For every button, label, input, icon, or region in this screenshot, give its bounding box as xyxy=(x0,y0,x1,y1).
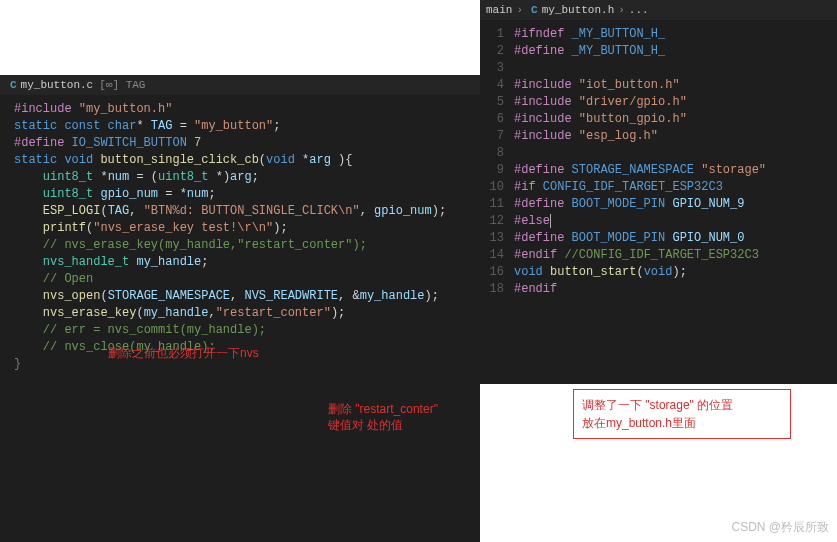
line-number: 14 xyxy=(480,247,514,264)
code-line[interactable]: 12#else xyxy=(480,213,831,230)
code-line[interactable]: 18#endif xyxy=(480,281,831,298)
code-line[interactable]: 4#include "iot_button.h" xyxy=(480,77,831,94)
line-number: 11 xyxy=(480,196,514,213)
annotation-erase-note: 删除 "restart_conter" 键值对 处的值 xyxy=(328,401,438,433)
code-line[interactable]: uint8_t gpio_num = *num; xyxy=(0,186,474,203)
code-line[interactable]: 16void button_start(void); xyxy=(480,264,831,281)
chevron-right-icon: › xyxy=(516,4,523,16)
code-line[interactable]: printf("nvs_erase_key test!\r\n"); xyxy=(0,220,474,237)
line-number: 10 xyxy=(480,179,514,196)
line-number: 3 xyxy=(480,60,514,77)
line-number: 5 xyxy=(480,94,514,111)
line-number: 8 xyxy=(480,145,514,162)
code-line[interactable]: nvs_handle_t my_handle; xyxy=(0,254,474,271)
code-line[interactable]: 13#define BOOT_MODE_PIN GPIO_NUM_0 xyxy=(480,230,831,247)
c-file-icon: C xyxy=(531,4,538,16)
chevron-right-icon: › xyxy=(618,4,625,16)
code-line[interactable]: 9#define STORAGE_NAMESPACE "storage" xyxy=(480,162,831,179)
breadcrumb-folder[interactable]: main xyxy=(486,4,512,16)
code-line[interactable]: static void button_single_click_cb(void … xyxy=(0,152,474,169)
breadcrumb-more[interactable]: ... xyxy=(629,4,649,16)
code-line[interactable]: 10#if CONFIG_IDF_TARGET_ESP32C3 xyxy=(480,179,831,196)
code-line[interactable]: nvs_erase_key(my_handle,"restart_conter"… xyxy=(0,305,474,322)
left-tab-sub: [∞] TAG xyxy=(99,79,145,91)
code-line[interactable]: #define IO_SWITCH_BUTTON 7 xyxy=(0,135,474,152)
annotation-open-note: 删除之前也必须打开一下nvs xyxy=(108,345,259,361)
right-code-area[interactable]: 1#ifndef _MY_BUTTON_H_2#define _MY_BUTTO… xyxy=(480,20,837,304)
line-number: 9 xyxy=(480,162,514,179)
line-number: 4 xyxy=(480,77,514,94)
right-editor-pane: main › C my_button.h › ... 1#ifndef _MY_… xyxy=(480,0,837,384)
line-number: 12 xyxy=(480,213,514,230)
line-number: 13 xyxy=(480,230,514,247)
code-line[interactable]: static const char* TAG = "my_button"; xyxy=(0,118,474,135)
left-tab-filename[interactable]: my_button.c xyxy=(21,79,94,91)
code-line[interactable]: 8 xyxy=(480,145,831,162)
breadcrumb-file[interactable]: my_button.h xyxy=(542,4,615,16)
code-line[interactable]: 3 xyxy=(480,60,831,77)
watermark: CSDN @矜辰所致 xyxy=(731,519,829,536)
left-tabbar: C my_button.c [∞] TAG xyxy=(0,75,480,95)
text-cursor xyxy=(550,214,551,228)
code-line[interactable]: // Open xyxy=(0,271,474,288)
code-line[interactable]: 2#define _MY_BUTTON_H_ xyxy=(480,43,831,60)
line-number: 6 xyxy=(480,111,514,128)
code-line[interactable]: #include "my_button.h" xyxy=(0,101,474,118)
code-line[interactable]: // err = nvs_commit(my_handle); xyxy=(0,322,474,339)
right-breadcrumb: main › C my_button.h › ... xyxy=(480,0,837,20)
code-line[interactable]: 6#include "button_gpio.h" xyxy=(480,111,831,128)
line-number: 1 xyxy=(480,26,514,43)
line-number: 2 xyxy=(480,43,514,60)
code-line[interactable]: 1#ifndef _MY_BUTTON_H_ xyxy=(480,26,831,43)
line-number: 7 xyxy=(480,128,514,145)
code-line[interactable]: uint8_t *num = (uint8_t *)arg; xyxy=(0,169,474,186)
left-code-area[interactable]: #include "my_button.h"static const char*… xyxy=(0,95,480,379)
code-line[interactable]: // nvs_erase_key(my_handle,"restart_cont… xyxy=(0,237,474,254)
code-line[interactable]: 14#endif //CONFIG_IDF_TARGET_ESP32C3 xyxy=(480,247,831,264)
code-line[interactable]: ESP_LOGI(TAG, "BTN%d: BUTTON_SINGLE_CLIC… xyxy=(0,203,474,220)
code-line[interactable]: 5#include "driver/gpio.h" xyxy=(480,94,831,111)
code-line[interactable]: 7#include "esp_log.h" xyxy=(480,128,831,145)
left-editor-pane: C my_button.c [∞] TAG #include "my_butto… xyxy=(0,75,480,542)
code-line[interactable]: 11#define BOOT_MODE_PIN GPIO_NUM_9 xyxy=(480,196,831,213)
line-number: 16 xyxy=(480,264,514,281)
line-number: 18 xyxy=(480,281,514,298)
annotation-storage-note: 调整了一下 "storage" 的位置 放在my_button.h里面 xyxy=(573,389,791,439)
code-line[interactable]: nvs_open(STORAGE_NAMESPACE, NVS_READWRIT… xyxy=(0,288,474,305)
c-file-icon: C xyxy=(10,79,17,91)
